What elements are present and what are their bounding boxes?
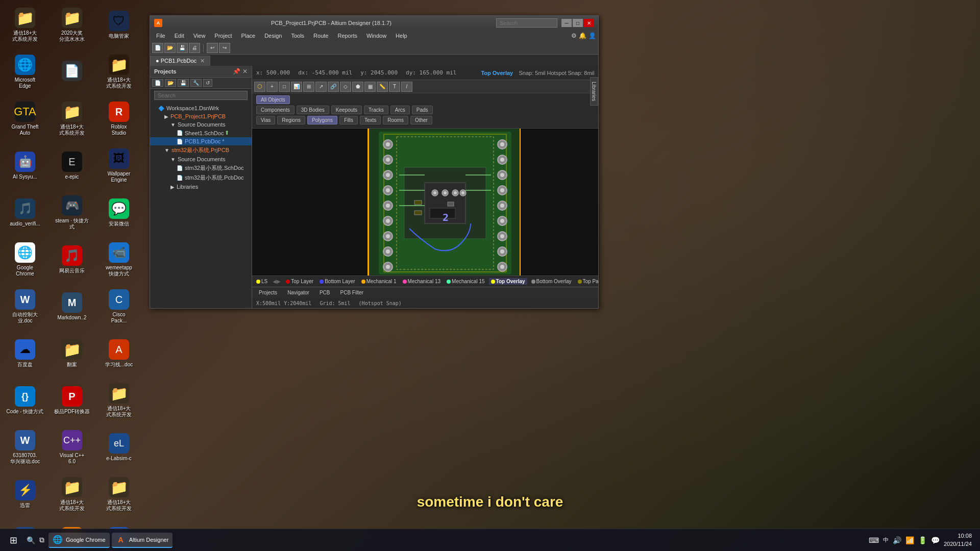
pcb-tool-chart[interactable]: 📊 <box>291 82 302 92</box>
menu-file[interactable]: File <box>152 32 169 40</box>
pcb-tool-marker[interactable]: ◇ <box>340 82 351 92</box>
network-icon[interactable]: 📶 <box>905 536 914 544</box>
projects-toolbar-btn5[interactable]: ↺ <box>203 79 212 87</box>
tree-source-docs1[interactable]: ▼ Source Documents <box>150 120 252 129</box>
pcb-tool-shape[interactable]: ⬟ <box>352 82 363 92</box>
desktop-icon-wallpaper[interactable]: 🖼 WallpaperEngine <box>98 145 140 187</box>
taskbar-item-chrome[interactable]: 🌐 Google Chrome <box>48 533 110 548</box>
taskbar-item-altium[interactable]: A Altium Designer <box>112 533 173 548</box>
tab-pcb1[interactable]: ● PCB1.PcbDoc ✕ <box>150 56 210 66</box>
title-search-input[interactable] <box>496 18 557 28</box>
filter-3d-bodies[interactable]: 3D Bodies <box>297 106 329 114</box>
desktop-icon-cisco[interactable]: C CiscoPack... <box>98 286 140 328</box>
desktop-icon-ai[interactable]: 🤖 AI Sysyu... <box>4 145 46 187</box>
filter-rooms[interactable]: Rooms <box>383 116 408 124</box>
projects-toolbar-btn1[interactable]: 📄 <box>152 79 163 87</box>
notification-icon[interactable]: 🔔 <box>579 32 586 39</box>
desktop-icon-markdown[interactable]: M Markdown..2 <box>51 286 93 328</box>
filter-arcs[interactable]: Arcs <box>390 106 410 114</box>
projects-toolbar-btn4[interactable]: 🔧 <box>190 79 202 87</box>
desktop-icon-wangyi[interactable]: 🎵 网易云音乐 <box>51 239 93 281</box>
desktop-icon-diannaoguan[interactable]: 🛡 电脑管家 <box>98 4 140 46</box>
filter-components[interactable]: Components <box>256 106 295 114</box>
bottom-tab-projects[interactable]: Projects <box>254 288 282 297</box>
layer-tab-mech13[interactable]: Mechanical 13 <box>401 278 443 285</box>
desktop-icon-folder1[interactable]: 📁 通信18+大式系统开发 <box>4 4 46 46</box>
toolbar-new[interactable]: 📄 <box>152 43 163 53</box>
filter-other[interactable]: Other <box>410 116 432 124</box>
layer-tab-bottom-overlay[interactable]: Bottom Overlay <box>529 278 574 285</box>
pcb-tool-filter[interactable]: ⬡ <box>254 82 265 92</box>
desktop-icon-weixin[interactable]: 💬 安装微信 <box>98 192 140 234</box>
tree-stm32-pcb[interactable]: 📄 stm32最小系统.PcbDoc <box>150 173 252 183</box>
sound-icon[interactable]: 🔊 <box>893 536 901 544</box>
layer-tab-top[interactable]: Top Layer <box>284 278 315 285</box>
filter-all-objects[interactable]: All Objects <box>256 95 290 104</box>
tab-close-icon[interactable]: ✕ <box>200 58 205 64</box>
menu-help[interactable]: Help <box>391 32 411 40</box>
toolbar-redo[interactable]: ↪ <box>219 43 230 53</box>
layer-tab-top-paste[interactable]: Top Paste <box>576 278 598 285</box>
desktop-icon-xue[interactable]: A 学习线...doc <box>98 333 140 374</box>
menu-window[interactable]: Window <box>362 32 390 40</box>
taskbar-search-button[interactable]: 🔍 <box>27 536 35 544</box>
filter-texts[interactable]: Texts <box>360 116 381 124</box>
user-icon[interactable]: 👤 <box>589 32 596 39</box>
desktop-icon-word2[interactable]: W 63180703.华兴驱动.doc <box>4 427 46 468</box>
tree-source-docs2[interactable]: ▼ Source Documents <box>150 155 252 163</box>
desktop-icon-folder-faan[interactable]: 📁 翻案 <box>51 333 93 374</box>
desktop-icon-altium-sys[interactable]: 📁 通信18+大式系统开发 <box>98 51 140 93</box>
desktop-icon-gta[interactable]: GTA Grand TheftAuto <box>4 98 46 140</box>
menu-edit[interactable]: Edit <box>170 32 188 40</box>
keyboard-icon[interactable]: ⌨ <box>869 536 879 544</box>
pcb-tool-grid[interactable]: ⊞ <box>303 82 314 92</box>
toolbar-save[interactable]: 💾 <box>177 43 188 53</box>
toolbar-print[interactable]: 🖨 <box>189 43 200 53</box>
tree-workspace[interactable]: 🔷 Workspace1.DsnWrk <box>150 104 252 112</box>
layer-tab-top-overlay[interactable]: Top Overlay <box>489 278 527 285</box>
desktop-icon-baidup[interactable]: ☁ 百度盘 <box>4 333 46 374</box>
menu-project[interactable]: Project <box>210 32 236 40</box>
desktop-icon-pdf[interactable]: P 极品PDF转换器 <box>51 380 93 421</box>
filter-pads[interactable]: Pads <box>412 106 433 114</box>
system-clock[interactable]: 10:08 2020/11/24 <box>944 532 972 548</box>
taskbar-task-view[interactable]: ⧉ <box>39 536 44 544</box>
bottom-tab-navigator[interactable]: Navigator <box>283 288 314 297</box>
menu-reports[interactable]: Reports <box>333 32 361 40</box>
desktop-icon-elabsim[interactable]: eL e-Labsim-c <box>98 427 140 468</box>
battery-icon[interactable]: 🔋 <box>918 536 927 544</box>
toolbar-open[interactable]: 📂 <box>164 43 176 53</box>
desktop-icon-word1[interactable]: W 自动控制大业.doc <box>4 286 46 328</box>
projects-search-input[interactable] <box>154 91 248 100</box>
minimize-button[interactable]: ─ <box>561 19 572 27</box>
input-method-icon[interactable]: 中 <box>883 536 889 544</box>
filter-regions[interactable]: Regions <box>277 116 305 124</box>
filter-fills[interactable]: Fills <box>339 116 358 124</box>
notification-center-icon[interactable]: 💬 <box>931 536 940 544</box>
pcb-canvas[interactable]: P4 P1 P3 <box>252 129 598 276</box>
pcb-tool-route[interactable]: ↗ <box>315 82 327 92</box>
bottom-tab-pcb[interactable]: PCB <box>315 288 335 297</box>
desktop-icon-roblox[interactable]: R RobloxStudio <box>98 98 140 140</box>
desktop-icon-chrome[interactable]: 🌐 GoogleChrome <box>4 239 46 281</box>
layer-tab-bottom[interactable]: Bottom Layer <box>317 278 357 285</box>
pcb-tool-line[interactable]: / <box>401 82 412 92</box>
projects-toolbar-btn3[interactable]: 💾 <box>178 79 189 87</box>
pcb-tool-text[interactable]: T <box>389 82 400 92</box>
projects-toolbar-btn2[interactable]: 📂 <box>165 79 176 87</box>
desktop-icon-epic[interactable]: E e-epic <box>51 145 93 187</box>
libraries-tab[interactable]: Libraries <box>590 77 598 106</box>
tree-pcb1[interactable]: 📄 PCB1.PcbDoc * <box>150 137 252 145</box>
filter-tracks[interactable]: Tracks <box>364 106 388 114</box>
desktop-icon-steam[interactable]: 🎮 steam · 快捷方式 <box>51 192 93 234</box>
tree-sheet1[interactable]: 📄 Sheet1.SchDoc ⬆ <box>150 129 252 137</box>
menu-design[interactable]: Design <box>260 32 286 40</box>
filter-vias[interactable]: Vias <box>256 116 275 124</box>
filter-keepouts[interactable]: Keepouts <box>331 106 362 114</box>
tree-stm32-sch[interactable]: 📄 stm32最小系统.SchDoc <box>150 163 252 173</box>
pcb-tool-wire[interactable]: 🔗 <box>328 82 339 92</box>
toolbar-undo[interactable]: ↩ <box>207 43 218 53</box>
desktop-icon-edge[interactable]: 🌐 MicrosoftEdge <box>4 51 46 93</box>
bottom-tab-pcb-filter[interactable]: PCB Filter <box>336 288 369 297</box>
filter-polygons[interactable]: Polygons <box>307 116 337 124</box>
